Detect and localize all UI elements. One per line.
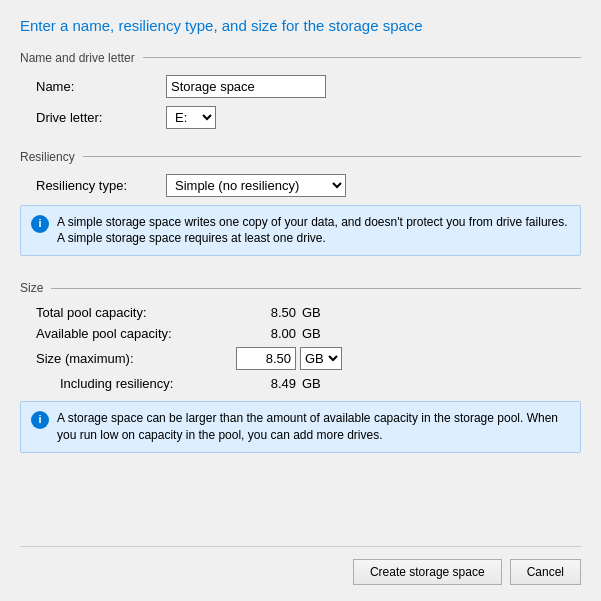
resiliency-section: Resiliency Resiliency type: Simple (no r… xyxy=(20,149,581,269)
name-drive-header: Name and drive letter xyxy=(20,50,581,65)
section-divider-2 xyxy=(20,156,581,157)
dialog-title: Enter a name, resiliency type, and size … xyxy=(20,16,581,36)
info-icon: i xyxy=(31,215,49,233)
available-capacity-label: Available pool capacity: xyxy=(36,326,236,341)
name-drive-legend: Name and drive letter xyxy=(20,51,143,65)
resiliency-info-text: A simple storage space writes one copy o… xyxy=(57,214,570,248)
drive-letter-label: Drive letter: xyxy=(36,110,166,125)
size-legend: Size xyxy=(20,281,51,295)
size-header: Size xyxy=(20,280,581,295)
total-capacity-unit: GB xyxy=(296,305,336,320)
size-maximum-label: Size (maximum): xyxy=(36,351,236,366)
name-input[interactable] xyxy=(166,75,326,98)
available-capacity-unit: GB xyxy=(296,326,336,341)
including-resiliency-label: Including resiliency: xyxy=(36,376,236,391)
total-capacity-row: Total pool capacity: 8.50 GB xyxy=(36,305,581,320)
resiliency-legend: Resiliency xyxy=(20,150,83,164)
size-info-text: A storage space can be larger than the a… xyxy=(57,410,570,444)
including-resiliency-row: Including resiliency: 8.49 GB xyxy=(36,376,581,391)
resiliency-type-label: Resiliency type: xyxy=(36,178,166,193)
size-info-icon: i xyxy=(31,411,49,429)
section-divider-3 xyxy=(20,288,581,289)
including-resiliency-unit: GB xyxy=(296,376,336,391)
size-unit-select[interactable]: GB TB MB xyxy=(300,347,342,370)
dialog-footer: Create storage space Cancel xyxy=(20,546,581,585)
available-capacity-value: 8.00 xyxy=(236,326,296,341)
resiliency-info-box: i A simple storage space writes one copy… xyxy=(20,205,581,257)
including-resiliency-value: 8.49 xyxy=(236,376,296,391)
drive-letter-select[interactable]: E: xyxy=(166,106,216,129)
name-row: Name: xyxy=(20,75,581,98)
drive-letter-row: Drive letter: E: xyxy=(20,106,581,129)
total-capacity-label: Total pool capacity: xyxy=(36,305,236,320)
size-table: Total pool capacity: 8.50 GB Available p… xyxy=(20,305,581,391)
resiliency-type-select[interactable]: Simple (no resiliency) Two-way mirror Th… xyxy=(166,174,346,197)
available-capacity-row: Available pool capacity: 8.00 GB xyxy=(36,326,581,341)
create-storage-space-button[interactable]: Create storage space xyxy=(353,559,502,585)
size-section: Size Total pool capacity: 8.50 GB Availa… xyxy=(20,280,581,465)
resiliency-header: Resiliency xyxy=(20,149,581,164)
size-maximum-input[interactable] xyxy=(236,347,296,370)
size-maximum-row: Size (maximum): GB TB MB xyxy=(36,347,581,370)
total-capacity-value: 8.50 xyxy=(236,305,296,320)
size-info-box: i A storage space can be larger than the… xyxy=(20,401,581,453)
name-drive-section: Name and drive letter Name: Drive letter… xyxy=(20,50,581,137)
name-label: Name: xyxy=(36,79,166,94)
main-dialog: Enter a name, resiliency type, and size … xyxy=(0,0,601,601)
resiliency-type-row: Resiliency type: Simple (no resiliency) … xyxy=(20,174,581,197)
cancel-button[interactable]: Cancel xyxy=(510,559,581,585)
